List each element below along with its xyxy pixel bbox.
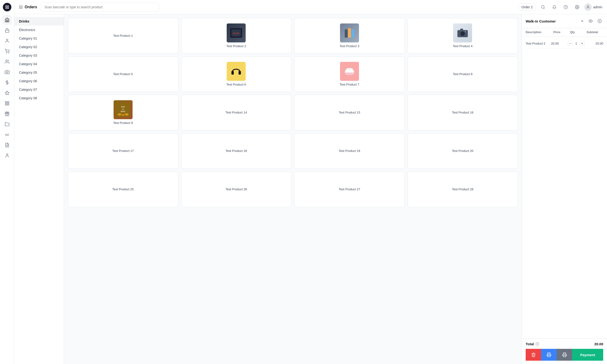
order-eye-button[interactable]: [587, 17, 594, 25]
svg-rect-44: [345, 29, 348, 38]
product-card-4[interactable]: Test Product 4: [408, 18, 518, 53]
category-item-drinks[interactable]: Drinks: [14, 17, 64, 26]
product-card-18[interactable]: Test Product 18: [181, 133, 292, 169]
person-icon[interactable]: [2, 151, 12, 160]
svg-point-11: [6, 53, 7, 53]
category-item-cat08[interactable]: Category 08: [14, 94, 64, 102]
search-header-icon[interactable]: [539, 3, 547, 11]
delete-order-button[interactable]: [526, 349, 541, 361]
product-card-2[interactable]: RYZEN 7 Test Product 2: [181, 18, 292, 53]
product-card-26[interactable]: Test Product 26: [181, 171, 292, 207]
order-close-button[interactable]: ✕: [580, 18, 585, 24]
product-card-19[interactable]: Test Product 19: [294, 133, 405, 169]
product-card-17[interactable]: Test Product 17: [68, 133, 178, 169]
qty-decrease-1[interactable]: −: [568, 41, 573, 46]
search-input[interactable]: [41, 3, 159, 12]
svg-point-29: [19, 7, 20, 7]
product-card-25[interactable]: Test Product 25: [68, 171, 178, 207]
order-items-list: Test Product 2 20.00 − 1 + 20.00: [522, 37, 607, 338]
product-image-7: [340, 62, 359, 81]
svg-point-2: [8, 5, 9, 6]
product-name-6: Test Product 6: [226, 83, 246, 87]
star-icon[interactable]: [2, 88, 12, 98]
svg-point-64: [590, 21, 591, 22]
product-name-9: Test Product 9: [113, 121, 133, 125]
product-card-28[interactable]: Test Product 28: [408, 171, 518, 207]
product-card-3[interactable]: Test Product 3: [294, 18, 405, 53]
home-icon[interactable]: [2, 15, 12, 25]
print2-button[interactable]: [557, 349, 572, 361]
category-item-cat06[interactable]: Category 06: [14, 77, 64, 85]
svg-rect-46: [351, 29, 354, 38]
svg-point-6: [5, 8, 6, 9]
users-icon[interactable]: [2, 36, 12, 46]
orders-title-group: Orders: [19, 5, 37, 9]
order-add-button[interactable]: [596, 17, 603, 25]
payment-button[interactable]: Payment: [572, 349, 603, 361]
product-card-16[interactable]: Test Product 16: [408, 95, 518, 130]
product-card-6[interactable]: Test Product 6: [181, 56, 292, 92]
product-card-5[interactable]: Test Product 5: [68, 56, 178, 92]
svg-rect-69: [563, 355, 566, 357]
cart-icon[interactable]: [2, 46, 12, 56]
clock-icon[interactable]: [561, 3, 570, 11]
header-right: Order 2 admin: [518, 3, 602, 11]
product-name-17: Test Product 17: [112, 149, 134, 153]
report-icon[interactable]: [2, 140, 12, 150]
svg-text:Kick: Kick: [121, 106, 125, 108]
team-icon[interactable]: [2, 57, 12, 66]
svg-point-4: [7, 7, 8, 8]
code-icon[interactable]: {x}: [2, 130, 12, 139]
user-info[interactable]: admin: [584, 3, 602, 11]
order-header: Walk-in Customer ✕: [522, 14, 607, 28]
category-item-cat02[interactable]: Category 02: [14, 43, 64, 51]
gift-icon[interactable]: [2, 109, 12, 118]
col-qty: Qty: [570, 31, 587, 34]
product-card-9[interactable]: Kick the NUTS Test Product 9: [68, 95, 178, 130]
product-name-15: Test Product 15: [339, 111, 360, 115]
svg-line-36: [544, 8, 544, 9]
category-item-cat07[interactable]: Category 07: [14, 85, 64, 94]
lock-icon[interactable]: [2, 26, 12, 35]
product-card-7[interactable]: Test Product 7: [294, 56, 405, 92]
svg-point-8: [8, 8, 9, 9]
dollar-icon[interactable]: [2, 78, 12, 87]
svg-point-12: [8, 53, 9, 53]
category-item-electronics[interactable]: Electronics: [14, 26, 64, 34]
svg-point-32: [19, 8, 20, 9]
svg-point-0: [5, 5, 6, 6]
category-item-cat01[interactable]: Category 01: [14, 34, 64, 43]
settings-icon[interactable]: [573, 3, 581, 11]
action-buttons: Payment: [526, 349, 603, 361]
order-badge: Order 2: [518, 3, 536, 11]
product-name-20: Test Product 20: [452, 149, 473, 153]
total-label: Total ⓘ: [526, 342, 539, 346]
notification-icon[interactable]: [550, 3, 559, 11]
username-label: admin: [593, 5, 602, 9]
category-item-cat03[interactable]: Category 03: [14, 51, 64, 60]
product-card-20[interactable]: Test Product 20: [408, 133, 518, 169]
folder-icon[interactable]: [2, 119, 12, 129]
svg-point-3: [5, 7, 6, 8]
qty-increase-1[interactable]: +: [580, 41, 585, 46]
product-card-14[interactable]: Test Product 14: [181, 95, 292, 130]
product-name-7: Test Product 7: [340, 83, 359, 87]
svg-point-13: [6, 60, 7, 62]
product-name-3: Test Product 3: [340, 44, 359, 48]
grid-nav-icon[interactable]: [2, 99, 12, 108]
product-card-15[interactable]: Test Product 15: [294, 95, 405, 130]
qty-controls-1: − 1 +: [568, 41, 587, 46]
product-card-8[interactable]: Test Product 8: [408, 56, 518, 92]
print1-button[interactable]: [541, 349, 556, 361]
app-logo: [3, 3, 11, 11]
category-item-cat04[interactable]: Category 04: [14, 60, 64, 68]
product-name-4: Test Product 4: [453, 44, 473, 48]
camera-nav-icon[interactable]: [2, 67, 12, 77]
svg-rect-17: [5, 102, 7, 103]
svg-point-39: [587, 6, 589, 7]
product-name-18: Test Product 18: [225, 149, 247, 153]
order-item-1: Test Product 2 20.00 − 1 + 20.00: [526, 39, 603, 49]
category-item-cat05[interactable]: Category 05: [14, 68, 64, 77]
product-card-1[interactable]: Test Product 1: [68, 18, 178, 53]
product-card-27[interactable]: Test Product 27: [294, 171, 405, 207]
